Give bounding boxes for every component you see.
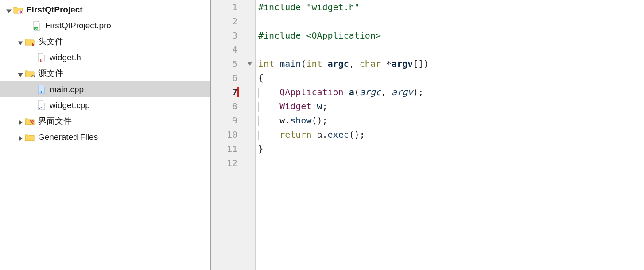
cpp-file-icon: C++ (36, 85, 46, 94)
tree-widget-h-label: widget.h (50, 53, 81, 62)
line-number[interactable]: 3 (211, 28, 237, 42)
h-file-icon: h (36, 53, 46, 62)
tree-main-cpp-label: main.cpp (50, 85, 84, 94)
code-editor[interactable]: 1 2 3 4 5 6 7 8 9 10 11 12 #include "wid… (211, 0, 644, 270)
line-number[interactable]: 4 (211, 42, 237, 57)
code-line: #include <QApplication> (258, 28, 644, 42)
pro-file-icon: Qt (32, 21, 42, 31)
chevron-down-icon[interactable] (18, 71, 23, 76)
tree-widget-cpp-label: widget.cpp (50, 100, 90, 110)
fold-gutter (244, 0, 256, 270)
tree-sources-label: 源文件 (38, 68, 63, 79)
tree-widget-h[interactable]: h widget.h (0, 50, 210, 66)
tree-root[interactable]: FirstQtProject (0, 2, 210, 18)
code-line: w.show(); (258, 113, 644, 127)
project-folder-icon (13, 5, 23, 15)
cpp-file-icon: C++ (36, 100, 46, 110)
tree-sources-folder[interactable]: C++ 源文件 (0, 66, 210, 81)
line-number[interactable]: 2 (211, 14, 237, 28)
code-line (258, 42, 644, 57)
chevron-down-icon[interactable] (6, 7, 12, 12)
svg-text:Qt: Qt (35, 27, 38, 30)
code-area[interactable]: #include "widget.h" #include <QApplicati… (256, 0, 644, 270)
code-line: QApplication a(argc, argv); (258, 85, 644, 99)
svg-text:h: h (32, 42, 34, 46)
tree-forms-folder[interactable]: 界面文件 (0, 113, 210, 129)
fold-toggle[interactable] (244, 57, 255, 71)
code-line: { (258, 71, 644, 85)
code-line: Widget w; (258, 99, 644, 113)
folder-icon (25, 132, 35, 142)
code-line (258, 14, 644, 28)
project-tree: FirstQtProject Qt FirstQtProject.pro h 头… (0, 0, 210, 270)
chevron-right-icon[interactable] (18, 119, 23, 124)
line-number[interactable]: 5 (211, 57, 237, 71)
line-number[interactable]: 1 (211, 0, 237, 14)
tree-pro-label: FirstQtProject.pro (45, 21, 111, 31)
code-line: } (258, 142, 644, 156)
tree-widget-cpp[interactable]: C++ widget.cpp (0, 97, 210, 113)
chevron-down-icon[interactable] (18, 39, 23, 44)
svg-text:C++: C++ (31, 75, 35, 78)
tree-headers-label: 头文件 (38, 36, 63, 47)
tree-root-label: FirstQtProject (27, 5, 83, 15)
line-number[interactable]: 9 (211, 113, 237, 127)
line-number[interactable]: 6 (211, 71, 237, 85)
tree-main-cpp[interactable]: C++ main.cpp (0, 81, 210, 97)
line-number-gutter: 1 2 3 4 5 6 7 8 9 10 11 12 (211, 0, 244, 270)
line-number[interactable]: 12 (211, 156, 237, 170)
tree-generated-label: Generated Files (38, 132, 98, 142)
svg-text:C++: C++ (38, 106, 44, 109)
svg-text:C++: C++ (38, 90, 44, 93)
svg-text:h: h (40, 58, 42, 62)
line-number-active[interactable]: 7 (211, 85, 237, 99)
code-line: int main(int argc, char *argv[]) (258, 57, 644, 71)
line-number[interactable]: 10 (211, 127, 237, 142)
code-line (258, 156, 644, 170)
tree-headers-folder[interactable]: h 头文件 (0, 34, 210, 50)
tree-generated-folder[interactable]: Generated Files (0, 129, 210, 145)
folder-h-icon: h (25, 37, 35, 46)
line-number[interactable]: 8 (211, 99, 237, 113)
chevron-right-icon[interactable] (18, 135, 23, 140)
folder-cpp-icon: C++ (25, 69, 35, 78)
code-line: return a.exec(); (258, 127, 644, 142)
tree-forms-label: 界面文件 (38, 116, 72, 127)
tree-pro-file[interactable]: Qt FirstQtProject.pro (0, 18, 210, 34)
code-line: #include "widget.h" (258, 0, 644, 14)
line-number[interactable]: 11 (211, 142, 237, 156)
spacer (25, 23, 30, 28)
folder-ui-icon (25, 116, 35, 126)
